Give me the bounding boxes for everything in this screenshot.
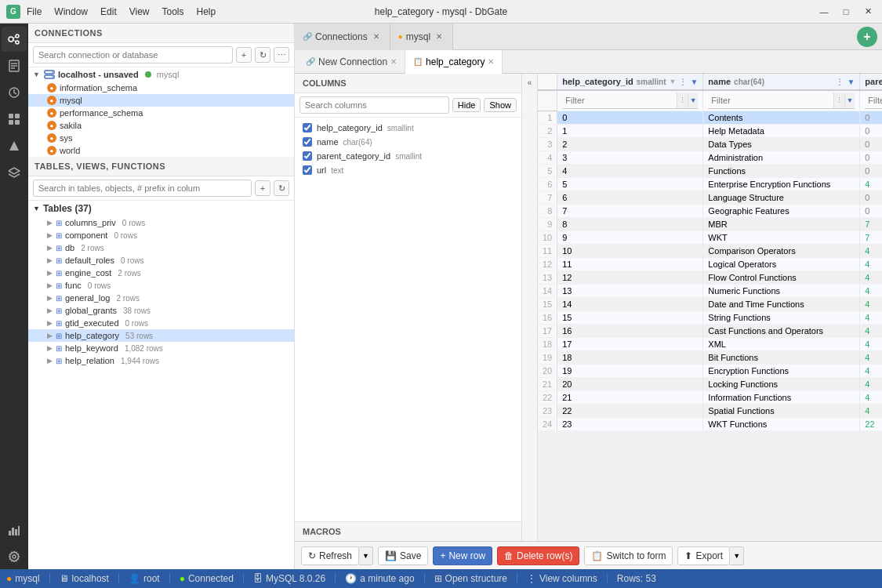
table-row[interactable]: 9 8 MBR 7 (538, 218, 882, 231)
col-checkbox-url[interactable] (303, 165, 312, 175)
cell-name[interactable]: Contents (703, 111, 860, 125)
new-row-button[interactable]: + New row (433, 546, 492, 565)
cell-parent[interactable]: 4 (860, 338, 882, 351)
refresh-dropdown-arrow[interactable]: ▼ (359, 546, 373, 565)
table-row[interactable]: 7 6 Language Structure 0 (538, 191, 882, 205)
table-gtid-executed[interactable]: ▶ ⊞ gtid_executed 0 rows (28, 317, 294, 329)
db-sakila[interactable]: ● sakila (28, 119, 294, 132)
th-name[interactable]: name char(64) ⋮ ▼ (703, 74, 860, 90)
cell-id[interactable]: 13 (557, 285, 703, 298)
cell-id[interactable]: 10 (557, 245, 703, 258)
cell-name[interactable]: Functions (703, 165, 860, 178)
cell-name[interactable]: Encryption Functions (703, 365, 860, 378)
cell-name[interactable]: Geographic Features (703, 205, 860, 218)
status-view-columns[interactable]: ⋮ View columns (527, 573, 597, 584)
refresh-tables-button[interactable]: ↻ (274, 180, 289, 196)
cell-id[interactable]: 17 (557, 338, 703, 351)
table-global-grants[interactable]: ▶ ⊞ global_grants 38 rows (28, 304, 294, 317)
cell-id[interactable]: 1 (557, 125, 703, 138)
menu-edit[interactable]: Edit (100, 6, 117, 17)
cell-parent[interactable]: 0 (860, 165, 882, 178)
cell-parent[interactable]: 4 (860, 245, 882, 258)
cell-id[interactable]: 2 (557, 138, 703, 151)
table-row[interactable]: 2 1 Help Metadata 0 (538, 125, 882, 138)
switch-form-button[interactable]: 📋 Switch to form (584, 546, 673, 565)
cell-id[interactable]: 11 (557, 258, 703, 271)
table-func[interactable]: ▶ ⊞ func 0 rows (28, 279, 294, 292)
filter-input-id[interactable] (562, 93, 677, 108)
th-filter-icon[interactable]: ▼ (690, 78, 698, 86)
table-row[interactable]: 13 12 Flow Control Functions 4 (538, 271, 882, 285)
refresh-connections-button[interactable]: ↻ (255, 47, 270, 63)
filter-menu-id[interactable]: ⋮ (677, 93, 688, 108)
cell-name[interactable]: Data Types (703, 138, 860, 151)
table-row[interactable]: 3 2 Data Types 0 (538, 138, 882, 151)
table-db[interactable]: ▶ ⊞ db 2 rows (28, 241, 294, 254)
table-row[interactable]: 10 9 WKT 7 (538, 231, 882, 245)
cell-parent[interactable]: 4 (860, 258, 882, 271)
th-filter-icon[interactable]: ▼ (847, 78, 855, 86)
save-button[interactable]: 💾 Save (378, 546, 428, 565)
cell-id[interactable]: 20 (557, 378, 703, 391)
maximize-button[interactable]: □ (838, 4, 854, 20)
table-help-keyword[interactable]: ▶ ⊞ help_keyword 1,082 rows (28, 342, 294, 354)
db-mysql[interactable]: ● mysql (28, 94, 294, 107)
table-row[interactable]: 17 16 Cast Functions and Operators 4 (538, 325, 882, 338)
cell-parent[interactable]: 7 (860, 218, 882, 231)
table-general-log[interactable]: ▶ ⊞ general_log 2 rows (28, 292, 294, 304)
cell-name[interactable]: Information Functions (703, 391, 860, 405)
table-engine-cost[interactable]: ▶ ⊞ engine_cost 2 rows (28, 267, 294, 279)
columns-search-input[interactable] (299, 96, 449, 114)
menu-file[interactable]: File (27, 6, 42, 17)
cell-id[interactable]: 9 (557, 231, 703, 245)
sub-tab-help-category[interactable]: 📋 help_category ✕ (405, 50, 503, 74)
col-checkbox-help-category-id[interactable] (303, 123, 312, 132)
cell-id[interactable]: 6 (557, 191, 703, 205)
table-default-roles[interactable]: ▶ ⊞ default_roles 0 rows (28, 254, 294, 267)
table-row[interactable]: 11 10 Comparison Operators 4 (538, 245, 882, 258)
table-row[interactable]: 21 20 Locking Functions 4 (538, 378, 882, 391)
table-help-relation[interactable]: ▶ ⊞ help_relation 1,944 rows (28, 354, 294, 367)
cell-parent[interactable]: 0 (860, 191, 882, 205)
sidebar-icon-connections[interactable] (2, 27, 27, 52)
filter-input-name[interactable] (708, 93, 833, 108)
cell-parent[interactable]: 4 (860, 285, 882, 298)
cell-name[interactable]: XML (703, 338, 860, 351)
sidebar-icon-triangle[interactable] (2, 133, 27, 158)
cell-id[interactable]: 8 (557, 218, 703, 231)
cell-name[interactable]: Flow Control Functions (703, 271, 860, 285)
cell-name[interactable]: Date and Time Functions (703, 298, 860, 311)
cell-name[interactable]: Spatial Functions (703, 405, 860, 418)
close-button[interactable]: ✕ (860, 4, 876, 20)
db-sys[interactable]: ● sys (28, 132, 294, 144)
table-row[interactable]: 23 22 Spatial Functions 4 (538, 405, 882, 418)
add-tab-button[interactable]: + (857, 27, 877, 47)
cell-parent[interactable]: 4 (860, 311, 882, 325)
cell-id[interactable]: 5 (557, 178, 703, 191)
export-dropdown-arrow[interactable]: ▼ (730, 546, 744, 565)
cell-name[interactable]: WKT Functions (703, 418, 860, 431)
cell-id[interactable]: 14 (557, 298, 703, 311)
tab-mysql[interactable]: ● mysql ✕ (390, 24, 453, 50)
table-row[interactable]: 19 18 Bit Functions 4 (538, 351, 882, 365)
table-row[interactable]: 20 19 Encryption Functions 4 (538, 365, 882, 378)
cell-name[interactable]: Locking Functions (703, 378, 860, 391)
add-table-button[interactable]: + (255, 180, 270, 196)
cell-parent[interactable]: 4 (860, 325, 882, 338)
cell-name[interactable]: Comparison Operators (703, 245, 860, 258)
cell-name[interactable]: Administration (703, 151, 860, 165)
filter-menu-name[interactable]: ⋮ (833, 93, 844, 108)
sidebar-icon-settings[interactable] (2, 544, 27, 569)
menu-view[interactable]: View (129, 6, 150, 17)
cell-id[interactable]: 23 (557, 418, 703, 431)
table-component[interactable]: ▶ ⊞ component 0 rows (28, 229, 294, 241)
cell-parent[interactable]: 0 (860, 125, 882, 138)
menu-tools[interactable]: Tools (162, 6, 184, 17)
mysql-tab-close[interactable]: ✕ (434, 31, 445, 42)
cell-id[interactable]: 0 (557, 111, 703, 125)
th-help-category-id[interactable]: help_category_id smallint ▼ ⋮ ▼ (557, 74, 703, 90)
cell-name[interactable]: MBR (703, 218, 860, 231)
cell-parent[interactable]: 4 (860, 378, 882, 391)
cell-id[interactable]: 3 (557, 151, 703, 165)
menu-window[interactable]: Window (54, 6, 88, 17)
